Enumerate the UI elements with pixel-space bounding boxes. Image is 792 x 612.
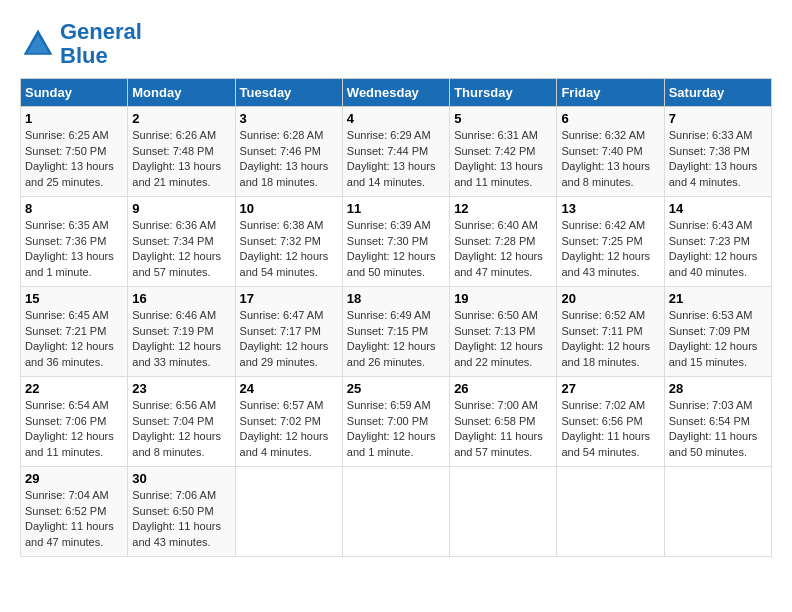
sunrise-info: Sunrise: 6:33 AM	[669, 129, 753, 141]
sunset-info: Sunset: 7:48 PM	[132, 145, 213, 157]
table-row: 6 Sunrise: 6:32 AM Sunset: 7:40 PM Dayli…	[557, 107, 664, 197]
sunset-info: Sunset: 7:17 PM	[240, 325, 321, 337]
table-row	[450, 467, 557, 557]
table-row: 19 Sunrise: 6:50 AM Sunset: 7:13 PM Dayl…	[450, 287, 557, 377]
day-number: 15	[25, 291, 123, 306]
table-row: 1 Sunrise: 6:25 AM Sunset: 7:50 PM Dayli…	[21, 107, 128, 197]
daylight-info: Daylight: 11 hours and 54 minutes.	[561, 430, 650, 457]
day-number: 8	[25, 201, 123, 216]
daylight-info: Daylight: 12 hours and 50 minutes.	[347, 250, 436, 277]
sunset-info: Sunset: 7:32 PM	[240, 235, 321, 247]
header-friday: Friday	[557, 79, 664, 107]
sunset-info: Sunset: 7:15 PM	[347, 325, 428, 337]
table-row: 29 Sunrise: 7:04 AM Sunset: 6:52 PM Dayl…	[21, 467, 128, 557]
sunrise-info: Sunrise: 6:31 AM	[454, 129, 538, 141]
daylight-info: Daylight: 13 hours and 14 minutes.	[347, 160, 436, 187]
sunset-info: Sunset: 6:56 PM	[561, 415, 642, 427]
sunset-info: Sunset: 7:44 PM	[347, 145, 428, 157]
header-wednesday: Wednesday	[342, 79, 449, 107]
day-number: 30	[132, 471, 230, 486]
sunset-info: Sunset: 7:36 PM	[25, 235, 106, 247]
sunset-info: Sunset: 7:23 PM	[669, 235, 750, 247]
sunrise-info: Sunrise: 6:29 AM	[347, 129, 431, 141]
sunrise-info: Sunrise: 6:36 AM	[132, 219, 216, 231]
daylight-info: Daylight: 12 hours and 40 minutes.	[669, 250, 758, 277]
daylight-info: Daylight: 11 hours and 43 minutes.	[132, 520, 221, 547]
sunset-info: Sunset: 7:28 PM	[454, 235, 535, 247]
table-row: 14 Sunrise: 6:43 AM Sunset: 7:23 PM Dayl…	[664, 197, 771, 287]
sunrise-info: Sunrise: 7:04 AM	[25, 489, 109, 501]
sunset-info: Sunset: 7:38 PM	[669, 145, 750, 157]
header-saturday: Saturday	[664, 79, 771, 107]
sunset-info: Sunset: 7:13 PM	[454, 325, 535, 337]
sunrise-info: Sunrise: 6:35 AM	[25, 219, 109, 231]
sunrise-info: Sunrise: 6:47 AM	[240, 309, 324, 321]
day-number: 13	[561, 201, 659, 216]
daylight-info: Daylight: 12 hours and 22 minutes.	[454, 340, 543, 367]
sunset-info: Sunset: 7:46 PM	[240, 145, 321, 157]
day-number: 28	[669, 381, 767, 396]
sunset-info: Sunset: 6:52 PM	[25, 505, 106, 517]
day-number: 29	[25, 471, 123, 486]
logo: General Blue	[20, 20, 142, 68]
daylight-info: Daylight: 12 hours and 1 minute.	[347, 430, 436, 457]
daylight-info: Daylight: 12 hours and 11 minutes.	[25, 430, 114, 457]
day-number: 3	[240, 111, 338, 126]
sunrise-info: Sunrise: 6:39 AM	[347, 219, 431, 231]
day-number: 4	[347, 111, 445, 126]
day-number: 1	[25, 111, 123, 126]
sunset-info: Sunset: 7:42 PM	[454, 145, 535, 157]
table-row: 5 Sunrise: 6:31 AM Sunset: 7:42 PM Dayli…	[450, 107, 557, 197]
table-row: 30 Sunrise: 7:06 AM Sunset: 6:50 PM Dayl…	[128, 467, 235, 557]
daylight-info: Daylight: 12 hours and 36 minutes.	[25, 340, 114, 367]
logo-text: General Blue	[60, 20, 142, 68]
sunrise-info: Sunrise: 6:28 AM	[240, 129, 324, 141]
table-row: 22 Sunrise: 6:54 AM Sunset: 7:06 PM Dayl…	[21, 377, 128, 467]
calendar-week-row: 15 Sunrise: 6:45 AM Sunset: 7:21 PM Dayl…	[21, 287, 772, 377]
calendar-week-row: 22 Sunrise: 6:54 AM Sunset: 7:06 PM Dayl…	[21, 377, 772, 467]
header-monday: Monday	[128, 79, 235, 107]
sunrise-info: Sunrise: 6:26 AM	[132, 129, 216, 141]
day-number: 27	[561, 381, 659, 396]
table-row: 27 Sunrise: 7:02 AM Sunset: 6:56 PM Dayl…	[557, 377, 664, 467]
table-row	[557, 467, 664, 557]
calendar-week-row: 29 Sunrise: 7:04 AM Sunset: 6:52 PM Dayl…	[21, 467, 772, 557]
table-row: 4 Sunrise: 6:29 AM Sunset: 7:44 PM Dayli…	[342, 107, 449, 197]
sunrise-info: Sunrise: 6:53 AM	[669, 309, 753, 321]
daylight-info: Daylight: 12 hours and 54 minutes.	[240, 250, 329, 277]
day-number: 9	[132, 201, 230, 216]
sunset-info: Sunset: 7:06 PM	[25, 415, 106, 427]
header-sunday: Sunday	[21, 79, 128, 107]
table-row: 23 Sunrise: 6:56 AM Sunset: 7:04 PM Dayl…	[128, 377, 235, 467]
day-number: 12	[454, 201, 552, 216]
sunset-info: Sunset: 6:58 PM	[454, 415, 535, 427]
sunset-info: Sunset: 7:00 PM	[347, 415, 428, 427]
sunset-info: Sunset: 7:30 PM	[347, 235, 428, 247]
daylight-info: Daylight: 13 hours and 8 minutes.	[561, 160, 650, 187]
day-number: 16	[132, 291, 230, 306]
daylight-info: Daylight: 13 hours and 11 minutes.	[454, 160, 543, 187]
daylight-info: Daylight: 12 hours and 57 minutes.	[132, 250, 221, 277]
day-number: 10	[240, 201, 338, 216]
table-row: 11 Sunrise: 6:39 AM Sunset: 7:30 PM Dayl…	[342, 197, 449, 287]
table-row: 9 Sunrise: 6:36 AM Sunset: 7:34 PM Dayli…	[128, 197, 235, 287]
sunset-info: Sunset: 7:11 PM	[561, 325, 642, 337]
calendar-header-row: Sunday Monday Tuesday Wednesday Thursday…	[21, 79, 772, 107]
sunrise-info: Sunrise: 7:02 AM	[561, 399, 645, 411]
table-row: 26 Sunrise: 7:00 AM Sunset: 6:58 PM Dayl…	[450, 377, 557, 467]
daylight-info: Daylight: 11 hours and 57 minutes.	[454, 430, 543, 457]
daylight-info: Daylight: 12 hours and 4 minutes.	[240, 430, 329, 457]
day-number: 7	[669, 111, 767, 126]
daylight-info: Daylight: 12 hours and 15 minutes.	[669, 340, 758, 367]
sunrise-info: Sunrise: 6:59 AM	[347, 399, 431, 411]
sunset-info: Sunset: 6:54 PM	[669, 415, 750, 427]
table-row	[342, 467, 449, 557]
daylight-info: Daylight: 12 hours and 33 minutes.	[132, 340, 221, 367]
sunrise-info: Sunrise: 6:42 AM	[561, 219, 645, 231]
day-number: 24	[240, 381, 338, 396]
sunrise-info: Sunrise: 6:54 AM	[25, 399, 109, 411]
table-row: 20 Sunrise: 6:52 AM Sunset: 7:11 PM Dayl…	[557, 287, 664, 377]
logo-icon	[20, 26, 56, 62]
logo-general: General	[60, 19, 142, 44]
day-number: 11	[347, 201, 445, 216]
